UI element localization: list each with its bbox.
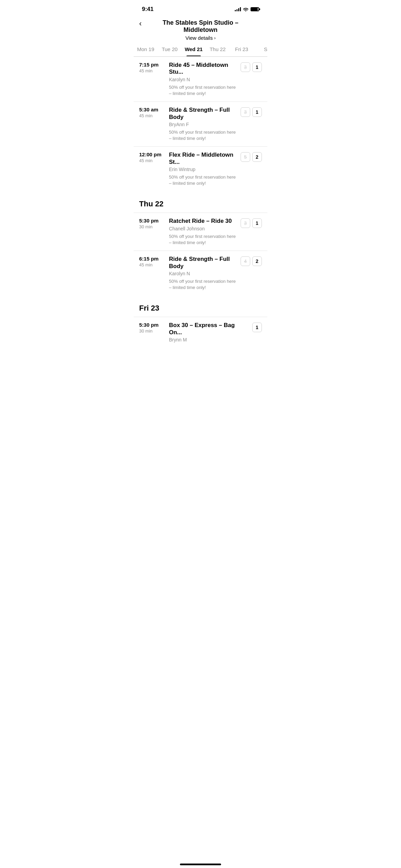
class-info: Ride 45 – Middletown Stu... Karolyn N 50… bbox=[169, 62, 236, 97]
header: ‹ The Stables Spin Studio – Middletown V… bbox=[134, 16, 267, 41]
slot-count: 1 bbox=[252, 62, 262, 72]
class-slots: 3 1 bbox=[241, 218, 262, 228]
class-item[interactable]: 5:30 pm 30 min Ratchet Ride – Ride 30 Ch… bbox=[134, 213, 267, 251]
class-time: 5:30 pm 30 min bbox=[139, 218, 165, 229]
class-info: Ride & Strength – Full Body BryAnn F 50%… bbox=[169, 107, 236, 142]
class-slots: 5 2 bbox=[241, 152, 262, 162]
slot-count: 2 bbox=[252, 152, 262, 162]
battery-icon bbox=[251, 7, 259, 11]
tab-thu22[interactable]: Thu 22 bbox=[206, 46, 230, 56]
view-details-link[interactable]: View details › bbox=[185, 35, 216, 41]
schedule-content: 7:15 pm 45 min Ride 45 – Middletown Stu.… bbox=[134, 57, 267, 347]
day-header-fri: Fri 23 bbox=[134, 296, 267, 317]
class-slots: 4 2 bbox=[241, 256, 262, 266]
slot-crossed: 3 bbox=[241, 218, 250, 228]
class-item[interactable]: 5:30 am 45 min Ride & Strength – Full Bo… bbox=[134, 101, 267, 146]
class-slots: 3 1 bbox=[241, 107, 262, 117]
status-icons bbox=[235, 7, 259, 11]
slot-count: 2 bbox=[252, 256, 262, 266]
class-time: 12:00 pm 45 min bbox=[139, 152, 165, 163]
back-button[interactable]: ‹ bbox=[139, 20, 142, 27]
class-time: 5:30 pm 30 min bbox=[139, 322, 165, 334]
class-item[interactable]: 5:30 pm 30 min Box 30 – Express – Bag On… bbox=[134, 317, 267, 347]
tab-fri23[interactable]: Fri 23 bbox=[230, 46, 254, 56]
status-bar: 9:41 bbox=[134, 0, 267, 16]
slot-crossed: 4 bbox=[241, 256, 250, 266]
slot-count: 1 bbox=[252, 218, 262, 228]
class-item[interactable]: 6:15 pm 45 min Ride & Strength – Full Bo… bbox=[134, 251, 267, 296]
class-slots: 3 1 bbox=[241, 62, 262, 72]
wifi-icon bbox=[243, 7, 248, 11]
class-item[interactable]: 12:00 pm 45 min Flex Ride – Middletown S… bbox=[134, 146, 267, 191]
slot-crossed: 5 bbox=[241, 152, 250, 162]
class-time: 7:15 pm 45 min bbox=[139, 62, 165, 73]
tab-wed21[interactable]: Wed 21 bbox=[182, 46, 206, 56]
class-item[interactable]: 7:15 pm 45 min Ride 45 – Middletown Stu.… bbox=[134, 57, 267, 101]
class-slots: 1 bbox=[252, 323, 262, 332]
class-info: Ride & Strength – Full Body Karolyn N 50… bbox=[169, 256, 236, 291]
tab-sat[interactable]: S bbox=[254, 46, 267, 56]
day-header-thu: Thu 22 bbox=[134, 191, 267, 213]
page-title: The Stables Spin Studio – Middletown bbox=[139, 19, 262, 34]
slot-crossed: 3 bbox=[241, 107, 250, 117]
class-info: Ratchet Ride – Ride 30 Chanell Johnson 5… bbox=[169, 218, 236, 246]
tab-mon19[interactable]: Mon 19 bbox=[134, 46, 158, 56]
slot-crossed: 3 bbox=[241, 62, 250, 72]
status-time: 9:41 bbox=[142, 6, 154, 13]
class-time: 5:30 am 45 min bbox=[139, 107, 165, 118]
slot-count: 1 bbox=[252, 107, 262, 117]
class-info: Flex Ride – Middletown St... Erin Wintru… bbox=[169, 152, 236, 186]
slot-count: 1 bbox=[252, 323, 262, 332]
class-time: 6:15 pm 45 min bbox=[139, 256, 165, 267]
class-info: Box 30 – Express – Bag On... Brynn M bbox=[169, 322, 248, 342]
day-tabs: Mon 19 Tue 20 Wed 21 Thu 22 Fri 23 S bbox=[134, 41, 267, 57]
tab-tue20[interactable]: Tue 20 bbox=[158, 46, 182, 56]
chevron-right-icon: › bbox=[214, 35, 216, 40]
signal-icon bbox=[235, 7, 241, 11]
